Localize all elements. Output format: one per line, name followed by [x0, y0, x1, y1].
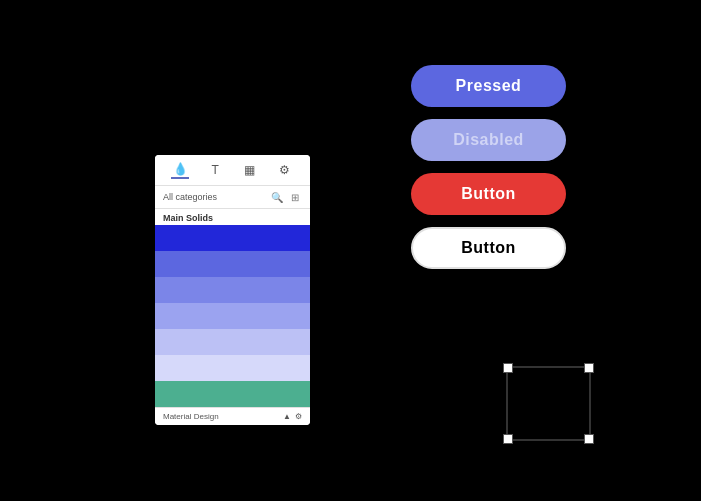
handle-bottom-right[interactable]: [584, 434, 594, 444]
handle-top-right[interactable]: [584, 363, 594, 373]
selection-box: [506, 366, 591, 441]
panel-toolbar: 💧 T ▦ ⚙: [155, 155, 310, 186]
toolbar-icon-droplet[interactable]: 💧: [171, 161, 189, 179]
section-label: Main Solids: [155, 209, 310, 225]
toolbar-icon-image[interactable]: ▦: [241, 161, 259, 179]
swatch-3: [155, 277, 310, 303]
handle-bottom-left[interactable]: [503, 434, 513, 444]
footer-icon-2: ⚙: [295, 412, 302, 421]
panel-search-bar: All categories 🔍 ⊞: [155, 186, 310, 209]
outline-button[interactable]: Button: [411, 227, 566, 269]
swatch-2: [155, 251, 310, 277]
footer-label: Material Design: [163, 412, 219, 421]
buttons-area: Pressed Disabled Button Button: [411, 65, 566, 269]
swatch-6: [155, 355, 310, 381]
handle-top-left[interactable]: [503, 363, 513, 373]
footer-icon-1: ▲: [283, 412, 291, 421]
grid-icon[interactable]: ⊞: [288, 190, 302, 204]
red-button[interactable]: Button: [411, 173, 566, 215]
swatch-7: [155, 381, 310, 407]
search-icon[interactable]: 🔍: [270, 190, 284, 204]
pressed-button[interactable]: Pressed: [411, 65, 566, 107]
search-label: All categories: [163, 192, 217, 202]
panel-footer: Material Design ▲ ⚙: [155, 407, 310, 425]
mobile-panel: 💧 T ▦ ⚙ All categories 🔍 ⊞ Main Solids M…: [155, 155, 310, 425]
swatch-1: [155, 225, 310, 251]
toolbar-icon-text[interactable]: T: [206, 161, 224, 179]
disabled-button: Disabled: [411, 119, 566, 161]
toolbar-icon-gear[interactable]: ⚙: [276, 161, 294, 179]
swatch-5: [155, 329, 310, 355]
color-swatches: [155, 225, 310, 407]
swatch-4: [155, 303, 310, 329]
